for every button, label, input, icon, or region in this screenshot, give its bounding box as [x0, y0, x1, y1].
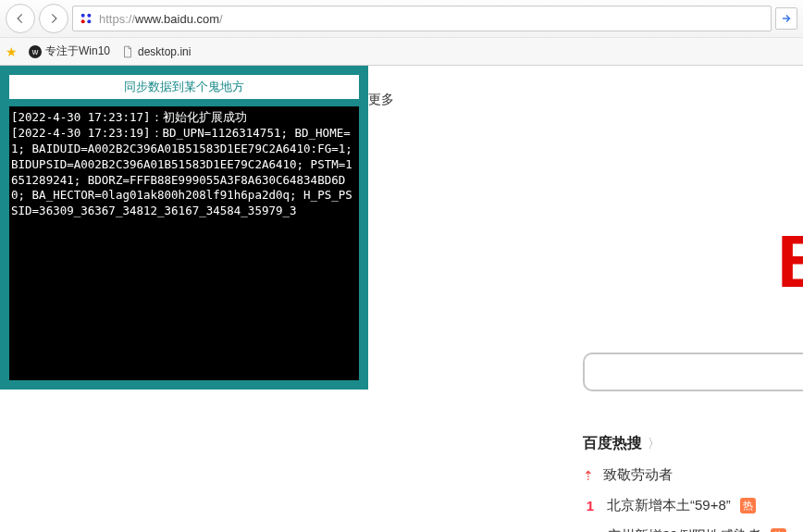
file-icon	[121, 45, 134, 58]
address-bar[interactable]: https://www.baidu.com/	[72, 6, 772, 31]
forward-button[interactable]	[39, 4, 68, 33]
bookmark-item[interactable]: desktop.ini	[121, 45, 191, 58]
extension-console: [2022-4-30 17:23:17]：初始化扩展成功 [2022-4-30 …	[9, 106, 359, 380]
bookmarks-bar: ★ w 专注于Win10 desktop.ini	[0, 37, 803, 65]
search-input[interactable]	[583, 353, 803, 391]
url-suffix: /	[219, 12, 223, 26]
hot-badge: 热	[740, 498, 756, 513]
hot-search-header[interactable]: 百度热搜 〉	[583, 434, 786, 453]
favorites-star-icon[interactable]: ★	[6, 44, 18, 59]
back-button[interactable]	[6, 4, 35, 33]
site-favicon-icon	[79, 11, 93, 26]
hot-item-text: 北京新增本土“59+8”	[607, 497, 731, 514]
go-arrow-icon	[781, 13, 792, 24]
arrow-right-icon	[47, 12, 60, 25]
sync-button[interactable]: 同步数据到某个鬼地方	[9, 75, 359, 99]
bookmark-favicon-icon: w	[29, 45, 42, 58]
url-text[interactable]: https://www.baidu.com/	[99, 12, 765, 26]
svg-point-0	[81, 14, 85, 18]
go-button[interactable]	[775, 7, 797, 30]
url-prefix: https://	[99, 12, 135, 26]
hot-item-text: 广州新增39例阳性感染者	[607, 527, 761, 532]
hot-search-item[interactable]: ⇡致敬劳动者	[583, 466, 786, 484]
baidu-logo-fragment: B	[777, 219, 803, 304]
browser-chrome: https://www.baidu.com/ ★ w 专注于Win10 desk…	[0, 0, 803, 66]
nav-more-link[interactable]: 更多	[368, 92, 394, 108]
extension-panel: 同步数据到某个鬼地方 [2022-4-30 17:23:17]：初始化扩展成功 …	[0, 66, 368, 390]
browser-toolbar: https://www.baidu.com/	[0, 0, 803, 37]
hot-search-item[interactable]: 2广州新增39例阳性感染者热	[583, 527, 786, 532]
svg-point-3	[87, 19, 91, 23]
hot-rank-number: 1	[583, 498, 598, 513]
hot-search-section: 百度热搜 〉 ⇡致敬劳动者1北京新增本土“59+8”热2广州新增39例阳性感染者…	[583, 434, 786, 532]
hot-search-title: 百度热搜	[583, 434, 642, 453]
bookmark-label: 专注于Win10	[45, 43, 110, 59]
bookmark-label: desktop.ini	[138, 45, 191, 58]
url-host: www.baidu.com	[135, 12, 219, 26]
hot-item-text: 致敬劳动者	[603, 466, 673, 484]
hot-badge: 热	[771, 528, 786, 532]
hot-search-item[interactable]: 1北京新增本土“59+8”热	[583, 497, 786, 514]
arrow-left-icon	[14, 12, 27, 25]
chevron-right-icon: 〉	[648, 436, 661, 452]
trending-top-icon: ⇡	[583, 468, 594, 483]
page-content: 同步数据到某个鬼地方 [2022-4-30 17:23:17]：初始化扩展成功 …	[0, 66, 803, 532]
svg-point-1	[87, 14, 91, 18]
hot-rank-number: 2	[583, 528, 598, 532]
bookmark-item[interactable]: w 专注于Win10	[29, 43, 110, 59]
svg-point-2	[81, 19, 85, 23]
